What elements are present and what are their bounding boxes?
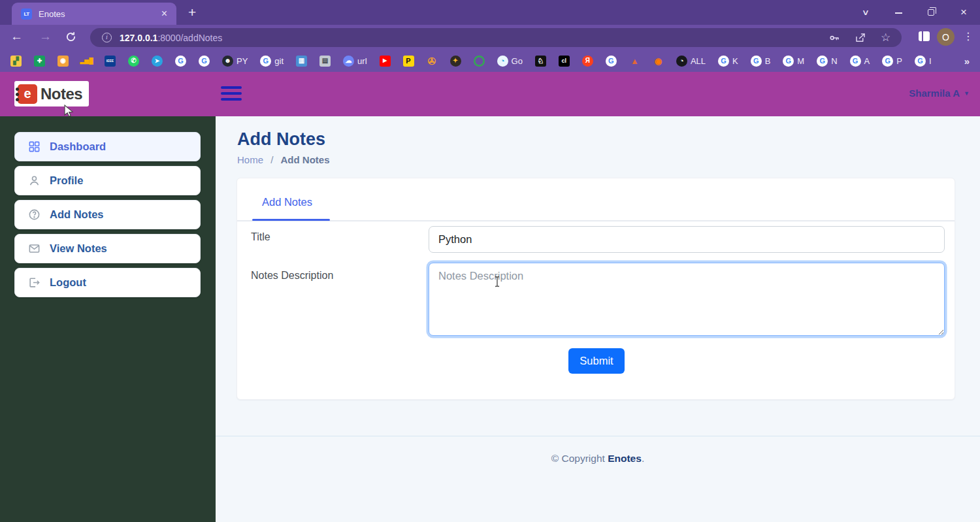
enotes-logo-icon: e bbox=[18, 84, 37, 104]
youtube-bookmark[interactable]: ▶ bbox=[380, 56, 391, 67]
restore-icon[interactable] bbox=[915, 7, 947, 18]
sidebar-item-profile[interactable]: Profile bbox=[14, 166, 201, 195]
google-a-bookmark[interactable]: GA bbox=[850, 56, 870, 67]
forward-icon[interactable]: → bbox=[39, 29, 52, 44]
film-bookmark[interactable]: ▥ bbox=[296, 56, 307, 67]
green-ring-bookmark[interactable] bbox=[474, 56, 485, 67]
google-git-bookmark[interactable]: Ggit bbox=[260, 56, 284, 67]
duck-bookmark-icon: ♘ bbox=[535, 56, 546, 67]
movie-camera-bookmark-icon: ✇ bbox=[427, 56, 438, 67]
google-p-bookmark-label: P bbox=[896, 56, 902, 66]
matlab-bookmark[interactable]: ▲ bbox=[629, 56, 640, 67]
camera-bookmark[interactable]: ◉ bbox=[57, 56, 69, 67]
bookmarks-items: ▞✚◉▂▅█IEEE✆➤GG☻PYGgit▥▤☁url▶P✇✦◔Go♘clЯG▲… bbox=[10, 56, 956, 67]
title-input[interactable] bbox=[429, 226, 945, 253]
analytics-bookmark[interactable]: ▂▅█ bbox=[81, 56, 92, 67]
calendar-bookmark[interactable]: ▤ bbox=[319, 56, 331, 67]
sidebar-item-add-notes[interactable]: Add Notes bbox=[14, 200, 201, 229]
all-bookmark-icon: ◔ bbox=[676, 56, 687, 67]
telegram-bookmark[interactable]: ➤ bbox=[152, 56, 163, 67]
google-bookmark-1[interactable]: G bbox=[175, 56, 186, 67]
submit-button[interactable]: Submit bbox=[568, 348, 625, 374]
google-bookmark-3[interactable]: G bbox=[606, 56, 617, 67]
url-cloud-bookmark[interactable]: ☁url bbox=[343, 56, 367, 67]
adsense-bookmark-icon: ▞ bbox=[10, 56, 22, 67]
notes-description-textarea[interactable] bbox=[429, 263, 945, 336]
google-m-bookmark-label: M bbox=[797, 56, 804, 66]
google-n-bookmark[interactable]: GN bbox=[817, 56, 837, 67]
browser-menu-icon[interactable]: ⋮ bbox=[963, 30, 973, 42]
ieee-bookmark[interactable]: IEEE bbox=[105, 56, 116, 67]
hamburger-menu-icon[interactable] bbox=[221, 86, 242, 104]
enotes-favicon-icon: LT bbox=[21, 8, 32, 20]
cl-bookmark-icon: cl bbox=[559, 56, 570, 67]
sidebar-item-dashboard[interactable]: Dashboard bbox=[14, 132, 201, 161]
add-notes-card: Add Notes Title Notes Description Submit bbox=[237, 178, 955, 400]
github-bookmark-icon: ☻ bbox=[222, 56, 233, 67]
browser-tab-enotes[interactable]: LT Enotes × bbox=[12, 3, 176, 25]
tab-search-icon[interactable]: ∨ bbox=[843, 8, 889, 17]
active-tab-underline bbox=[252, 219, 330, 221]
go-bookmark[interactable]: ◔Go bbox=[497, 56, 523, 67]
google-bookmark-2[interactable]: G bbox=[199, 56, 210, 67]
whatsapp-bookmark[interactable]: ✆ bbox=[128, 56, 139, 67]
movie-camera-bookmark[interactable]: ✇ bbox=[427, 56, 438, 67]
google-i-bookmark[interactable]: GI bbox=[915, 56, 932, 67]
yandex-bookmark[interactable]: Я bbox=[582, 56, 593, 67]
user-dropdown[interactable]: Sharmila A ▼ bbox=[909, 88, 970, 99]
mouse-cursor bbox=[64, 105, 74, 118]
google-b-bookmark[interactable]: GB bbox=[751, 56, 771, 67]
cart-bookmark[interactable]: ✦ bbox=[450, 56, 461, 67]
share-icon[interactable] bbox=[855, 32, 866, 44]
analytics-bookmark-icon: ▂▅█ bbox=[81, 56, 92, 67]
bookmark-star-icon[interactable]: ☆ bbox=[881, 32, 892, 44]
bookmarks-overflow-chevron[interactable]: » bbox=[964, 56, 970, 67]
google-p-bookmark-icon: G bbox=[882, 56, 893, 67]
google-git-bookmark-label: git bbox=[274, 56, 284, 66]
whatsapp-bookmark-icon: ✆ bbox=[128, 56, 139, 67]
sidebar-item-logout[interactable]: Logout bbox=[14, 268, 201, 297]
adsense-bookmark[interactable]: ▞ bbox=[10, 56, 22, 67]
github-bookmark[interactable]: ☻PY bbox=[222, 56, 248, 67]
tab-add-notes[interactable]: Add Notes bbox=[262, 196, 312, 208]
github-bookmark-label: PY bbox=[237, 56, 248, 66]
window-controls: ∨ × bbox=[849, 0, 980, 25]
url-text: 127.0.0.1:8000/addNotes bbox=[120, 33, 814, 43]
app-header: e Notes Sharmila A ▼ bbox=[0, 72, 980, 116]
google-k-bookmark-label: K bbox=[732, 56, 738, 66]
url-path: :8000/addNotes bbox=[157, 33, 222, 43]
google-p-bookmark[interactable]: GP bbox=[882, 56, 902, 67]
new-tab-button[interactable]: + bbox=[188, 5, 196, 20]
tab-title: Enotes bbox=[39, 9, 159, 19]
ieee-bookmark-icon: IEEE bbox=[105, 56, 116, 67]
window-close-icon[interactable]: × bbox=[947, 6, 980, 19]
bookmarks-bar: ▞✚◉▂▅█IEEE✆➤GG☻PYGgit▥▤☁url▶P✇✦◔Go♘clЯG▲… bbox=[0, 50, 980, 72]
duck-bookmark[interactable]: ♘ bbox=[535, 56, 546, 67]
enotes-logo[interactable]: e Notes bbox=[14, 81, 89, 106]
google-a-bookmark-label: A bbox=[864, 56, 870, 66]
site-info-icon[interactable]: i bbox=[102, 33, 112, 42]
tab-strip-border bbox=[237, 220, 955, 221]
google-i-bookmark-label: I bbox=[929, 56, 932, 66]
profile-avatar[interactable]: O bbox=[937, 28, 955, 46]
sidebar-item-view-notes[interactable]: View Notes bbox=[14, 234, 201, 263]
google-k-bookmark-icon: G bbox=[718, 56, 729, 67]
google-k-bookmark[interactable]: GK bbox=[718, 56, 738, 67]
tab-close-icon[interactable]: × bbox=[159, 8, 170, 20]
password-key-icon[interactable] bbox=[828, 32, 840, 44]
side-panel-icon[interactable] bbox=[919, 31, 930, 41]
cl-bookmark[interactable]: cl bbox=[559, 56, 570, 67]
calendar-bookmark-icon: ▤ bbox=[319, 56, 331, 67]
url-cloud-bookmark-icon: ☁ bbox=[343, 56, 354, 67]
google-m-bookmark[interactable]: GM bbox=[783, 56, 804, 67]
eye-bookmark[interactable]: ◉ bbox=[653, 56, 664, 67]
google-i-bookmark-icon: G bbox=[915, 56, 926, 67]
green-cross-bookmark[interactable]: ✚ bbox=[34, 56, 45, 67]
all-bookmark[interactable]: ◔ALL bbox=[676, 56, 706, 67]
breadcrumb-home-link[interactable]: Home bbox=[237, 154, 263, 165]
address-bar[interactable]: i 127.0.0.1:8000/addNotes ☆ bbox=[90, 28, 902, 47]
back-icon[interactable]: ← bbox=[10, 29, 23, 44]
p-yellow-bookmark[interactable]: P bbox=[403, 56, 414, 67]
reload-icon[interactable] bbox=[65, 31, 76, 46]
breadcrumb: Home / Add Notes bbox=[237, 154, 330, 165]
